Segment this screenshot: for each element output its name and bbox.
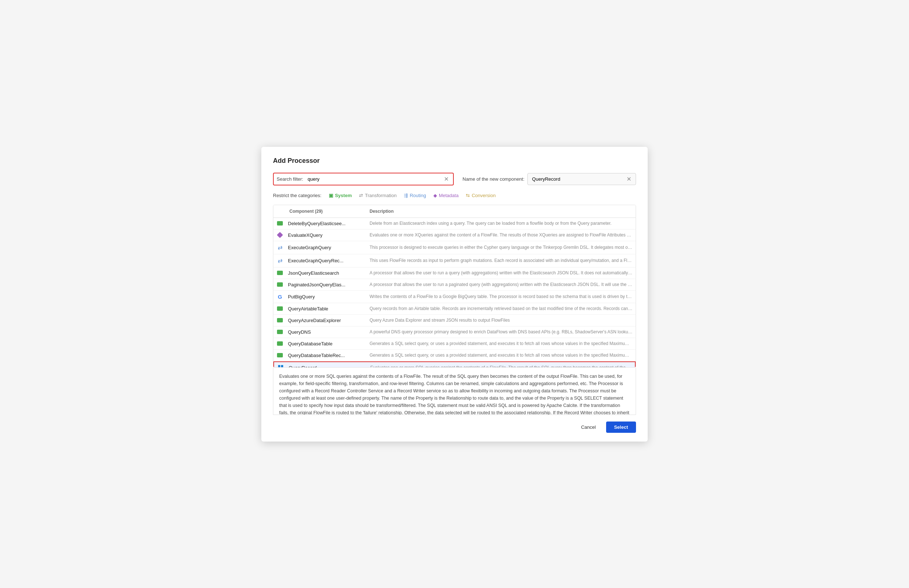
category-routing[interactable]: ⇶ Routing: [404, 192, 426, 199]
dialog-title: Add Processor: [273, 157, 636, 165]
table-row[interactable]: G PutBigQuery Writes the contents of a F…: [273, 291, 636, 303]
category-transformation[interactable]: ⇄ Transformation: [359, 192, 396, 199]
table-row[interactable]: QueryDatabaseTableRec... Generates a SQL…: [273, 350, 636, 362]
table-row[interactable]: ⇄ ExecuteGraphQueryRec... This uses Flow…: [273, 254, 636, 267]
row-icon: [274, 362, 287, 367]
component-name-clear-button[interactable]: ✕: [625, 176, 633, 183]
description-text: Evaluates one or more SQL queries agains…: [279, 374, 629, 415]
row-name: EvaluateXQuery: [286, 229, 367, 241]
row-icon: [273, 315, 286, 325]
category-system[interactable]: ▣ System: [329, 192, 352, 199]
search-input[interactable]: [306, 173, 443, 185]
row-description: Query records from an Airtable table. Re…: [367, 303, 636, 314]
row-description: Generates a SQL select query, or uses a …: [367, 350, 636, 361]
top-row: Search filter: ✕ Name of the new compone…: [273, 173, 636, 186]
table-row[interactable]: QueryAzureDataExplorer Query Azure Data …: [273, 315, 636, 326]
row-name: QueryDNS: [286, 326, 367, 338]
component-name-input[interactable]: [531, 173, 625, 185]
row-description: A processor that allows the user to run …: [367, 279, 636, 290]
system-icon: ▣: [329, 193, 333, 198]
row-name: DeleteByQueryElasticsee...: [286, 218, 367, 229]
search-group: Search filter: ✕: [273, 173, 454, 186]
row-description: Evaluates one or more XQueries against t…: [367, 229, 636, 241]
footer: Cancel Select: [273, 422, 636, 433]
search-clear-button[interactable]: ✕: [443, 176, 450, 183]
table-row[interactable]: DeleteByQueryElasticsee... Delete from a…: [273, 218, 636, 229]
row-icon: ⇄: [273, 254, 286, 267]
row-name: JsonQueryElasticsearch: [286, 267, 367, 279]
table-row[interactable]: QueryDatabaseTable Generates a SQL selec…: [273, 338, 636, 350]
row-name: PutBigQuery: [286, 291, 367, 302]
table-row[interactable]: ⇄ ExecuteGraphQuery This processor is de…: [273, 241, 636, 254]
row-name: QueryRecord: [287, 362, 367, 367]
transformation-icon: ⇄: [359, 193, 363, 198]
metadata-icon: ◆: [433, 193, 437, 198]
row-name: QueryAzureDataExplorer: [286, 315, 367, 326]
routing-icon: ⇶: [404, 193, 408, 198]
component-name-group: Name of the new component: ✕: [463, 173, 636, 185]
row-icon: [273, 230, 286, 240]
row-icon: ⇄: [273, 241, 286, 254]
row-icon: [273, 338, 286, 349]
th-component: Component (29): [286, 207, 367, 215]
category-conversion[interactable]: ⇆ Conversion: [466, 192, 496, 199]
category-conversion-label: Conversion: [472, 193, 496, 198]
row-description: This uses FlowFile records as input to p…: [367, 255, 636, 266]
row-description: Generates a SQL select query, or uses a …: [367, 338, 636, 349]
row-name: ExecuteGraphQuery: [286, 242, 367, 253]
search-label: Search filter:: [277, 176, 303, 182]
add-processor-dialog: Add Processor Search filter: ✕ Name of t…: [261, 147, 648, 441]
row-icon: [273, 268, 286, 278]
table-row[interactable]: QueryDNS A powerful DNS query processor …: [273, 326, 636, 338]
conversion-icon: ⇆: [466, 193, 470, 198]
row-icon: [273, 279, 286, 290]
row-name: QueryAirtableTable: [286, 303, 367, 314]
row-description: Delete from an Elasticsearch index using…: [367, 218, 636, 229]
row-name: QueryDatabaseTableRec...: [286, 350, 367, 361]
categories-label: Restrict the categories:: [273, 193, 322, 198]
row-description: A powerful DNS query processor primary d…: [367, 326, 636, 338]
categories-row: Restrict the categories: ▣ System ⇄ Tran…: [273, 192, 636, 199]
table-row[interactable]: QueryAirtableTable Query records from an…: [273, 303, 636, 315]
row-description: Writes the contents of a FlowFile to a G…: [367, 291, 636, 302]
table-body: DeleteByQueryElasticsee... Delete from a…: [273, 218, 636, 367]
table-header: Component (29) Description: [273, 205, 636, 218]
row-description: Evaluates one or more SQL queries agains…: [367, 362, 635, 367]
category-transformation-label: Transformation: [365, 193, 396, 198]
row-icon: [273, 218, 286, 228]
category-metadata-label: Metadata: [439, 193, 458, 198]
table-row[interactable]: JsonQueryElasticsearch A processor that …: [273, 267, 636, 279]
select-button[interactable]: Select: [606, 422, 636, 433]
category-metadata[interactable]: ◆ Metadata: [433, 192, 458, 199]
row-name: PaginatedJsonQueryElas...: [286, 279, 367, 290]
row-name: QueryDatabaseTable: [286, 338, 367, 349]
table-row[interactable]: PaginatedJsonQueryElas... A processor th…: [273, 279, 636, 291]
th-icon: [273, 207, 286, 215]
row-icon: [273, 350, 286, 360]
table-row[interactable]: QueryRecord Evaluates one or more SQL qu…: [273, 362, 636, 367]
processor-table: Component (29) Description DeleteByQuery…: [273, 205, 636, 368]
th-description: Description: [367, 207, 636, 215]
component-name-wrapper: ✕: [527, 173, 636, 185]
row-name: ExecuteGraphQueryRec...: [286, 255, 367, 266]
table-row[interactable]: EvaluateXQuery Evaluates one or more XQu…: [273, 229, 636, 241]
component-name-label: Name of the new component:: [463, 176, 524, 182]
row-description: A processor that allows the user to run …: [367, 267, 636, 278]
category-routing-label: Routing: [410, 193, 426, 198]
category-system-label: System: [335, 193, 352, 198]
row-icon: [273, 327, 286, 337]
row-icon: G: [273, 291, 286, 303]
row-icon: [273, 304, 286, 314]
description-panel: Evaluates one or more SQL queries agains…: [273, 368, 636, 415]
row-description: Query Azure Data Explorer and stream JSO…: [367, 315, 636, 326]
row-description: This processor is designed to execute qu…: [367, 242, 636, 253]
cancel-button[interactable]: Cancel: [575, 422, 602, 433]
